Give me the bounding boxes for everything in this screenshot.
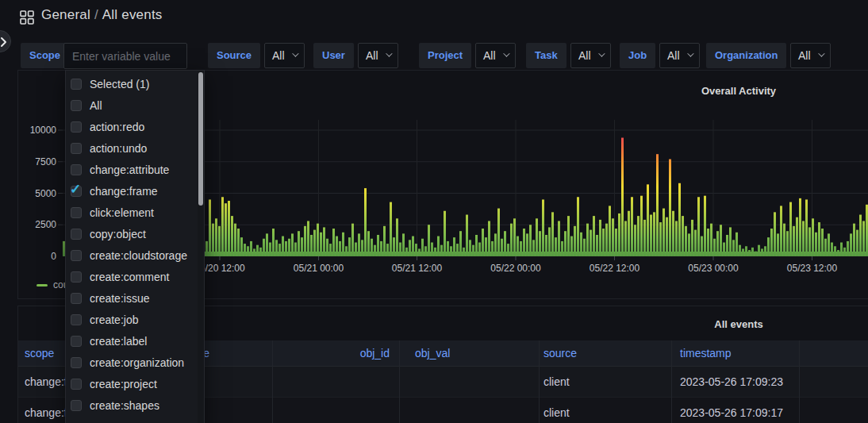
breadcrumb-dashboard[interactable]: All events — [102, 7, 163, 22]
activity-bar — [367, 231, 370, 256]
scope-variable-input[interactable] — [63, 43, 187, 69]
checkbox-unchecked[interactable] — [71, 164, 82, 175]
dropdown-option-create-shapes[interactable]: create:shapes — [66, 394, 204, 416]
table-panel-title[interactable]: All events — [714, 318, 762, 330]
activity-bar — [412, 236, 414, 256]
filter-select-job[interactable]: All — [659, 43, 700, 68]
activity-bar — [513, 218, 516, 256]
activity-bar — [434, 248, 436, 256]
activity-bar — [424, 246, 427, 256]
dropdown-option-create-label[interactable]: create:label — [66, 330, 204, 352]
dropdown-option-label: action:undo — [90, 142, 147, 155]
checkbox-unchecked[interactable] — [71, 229, 82, 240]
activity-bar — [710, 224, 712, 256]
y-axis-tick-label: 7500 — [18, 156, 56, 168]
activity-bar — [310, 235, 313, 256]
activity-bar — [583, 239, 586, 256]
activity-bar — [628, 211, 630, 256]
activity-bar — [783, 224, 785, 256]
legend-series-color — [36, 284, 48, 286]
checkbox-unchecked[interactable] — [71, 400, 82, 411]
dropdown-option-action-undo[interactable]: action:undo — [66, 137, 204, 159]
activity-bar — [478, 243, 481, 256]
checkbox-unchecked[interactable] — [71, 250, 82, 261]
activity-bar — [707, 229, 709, 256]
checkbox-unchecked[interactable] — [71, 207, 82, 218]
activity-bar — [520, 241, 522, 256]
column-header-source[interactable]: source — [543, 340, 577, 367]
activity-bar — [732, 240, 735, 256]
x-axis-tick-label: 05/21 00:00 — [286, 262, 352, 275]
activity-bar — [856, 230, 858, 256]
dropdown-scrollbar-track — [198, 71, 204, 423]
activity-bar — [504, 231, 506, 256]
chevron-right-icon — [0, 37, 7, 48]
checkbox-unchecked[interactable] — [71, 379, 82, 390]
activity-bar — [659, 222, 662, 256]
activity-bar — [663, 209, 665, 256]
activity-bar — [431, 243, 433, 256]
column-divider — [539, 340, 540, 423]
filter-select-organization[interactable]: All — [790, 43, 831, 68]
filter-select-value: All — [798, 49, 811, 62]
dropdown-option-create-job[interactable]: create:job — [66, 309, 204, 330]
filter-label-source: Source — [208, 43, 260, 68]
activity-bar — [580, 233, 582, 256]
activity-bar — [298, 231, 300, 256]
dropdown-option-label: action:redo — [90, 121, 144, 133]
x-axis-tick-label: 05/22 12:00 — [582, 262, 648, 275]
chevron-down-icon — [818, 50, 824, 56]
dropdown-option-change-frame[interactable]: ✓change:frame — [66, 180, 204, 202]
checkbox-unchecked[interactable] — [71, 336, 82, 347]
checkbox-unchecked[interactable] — [71, 143, 82, 154]
y-axis-tick-label: 0 — [18, 250, 56, 263]
activity-bar — [570, 236, 573, 256]
activity-bar — [796, 217, 798, 256]
dropdown-option-action-redo[interactable]: action:redo — [66, 116, 204, 137]
dashboards-grid-icon — [20, 10, 34, 25]
dropdown-option-create-cloudstorage[interactable]: create:cloudstorage — [66, 244, 204, 266]
dropdown-option-change-attribute[interactable]: change:attribute — [66, 159, 204, 180]
checkbox-unchecked[interactable] — [71, 293, 82, 304]
column-header-obj_val[interactable]: obj_val — [415, 340, 450, 367]
dropdown-option-create-organization[interactable]: create:organization — [66, 352, 204, 373]
dropdown-option-selected-1-[interactable]: Selected (1) — [66, 73, 204, 94]
dropdown-option-create-issue[interactable]: create:issue — [66, 287, 204, 309]
column-header-timestamp[interactable]: timestamp — [680, 340, 732, 367]
activity-bar — [862, 221, 865, 256]
dropdown-scrollbar-thumb[interactable] — [198, 72, 203, 206]
checkbox-unchecked[interactable] — [71, 357, 82, 368]
checkbox-unchecked[interactable] — [71, 271, 82, 283]
activity-bar — [450, 246, 452, 256]
activity-bar — [355, 243, 357, 256]
filter-select-source[interactable]: All — [264, 43, 305, 68]
checkbox-unchecked[interactable] — [71, 100, 82, 111]
activity-bar — [358, 233, 360, 256]
filter-select-task[interactable]: All — [570, 43, 611, 68]
checkbox-unchecked[interactable] — [71, 314, 82, 325]
filter-select-user[interactable]: All — [358, 43, 398, 68]
activity-bar — [837, 250, 839, 256]
activity-bar — [789, 202, 792, 256]
activity-bar — [351, 224, 354, 256]
activity-bar — [275, 240, 278, 256]
dropdown-option-create-project[interactable]: create:project — [66, 373, 204, 394]
activity-bar — [834, 246, 836, 256]
filter-select-value: All — [272, 49, 285, 62]
checkbox-unchecked[interactable] — [71, 79, 82, 90]
checkbox-unchecked[interactable] — [71, 121, 82, 133]
activity-bar — [440, 245, 443, 256]
dropdown-option-click-element[interactable]: click:element — [66, 202, 204, 223]
column-header-obj_id[interactable]: obj_id — [360, 340, 390, 367]
dropdown-option-create-comment[interactable]: create:comment — [66, 266, 204, 287]
activity-bar — [539, 231, 541, 256]
dropdown-option-all[interactable]: All — [66, 94, 204, 116]
activity-bar — [526, 233, 528, 256]
activity-bar — [723, 243, 725, 256]
column-header-scope[interactable]: scope — [25, 340, 54, 367]
activity-bar — [301, 237, 303, 256]
filter-select-project[interactable]: All — [475, 43, 516, 68]
activity-bar — [805, 199, 808, 256]
dropdown-option-copy-object[interactable]: copy:object — [66, 223, 204, 244]
breadcrumb-folder[interactable]: General — [41, 7, 90, 22]
